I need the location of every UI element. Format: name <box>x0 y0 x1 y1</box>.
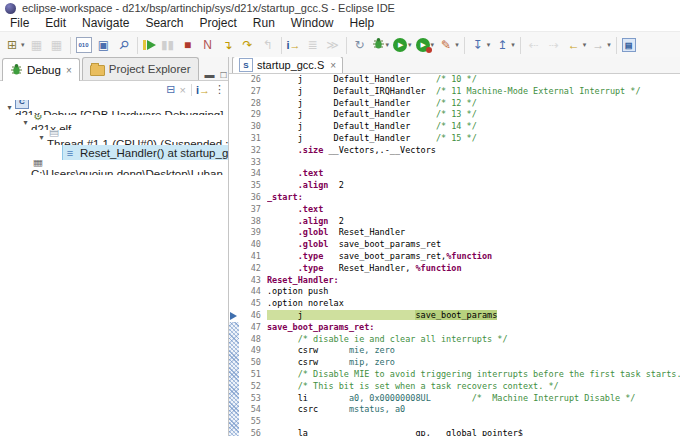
line-number[interactable]: 44 <box>239 286 267 298</box>
code-line-text[interactable]: .globl Reset_Handler <box>267 227 680 239</box>
code-line[interactable]: 26 j Default_Handler /* 10 */ <box>239 74 680 86</box>
line-number[interactable]: 28 <box>239 98 267 110</box>
code-line[interactable]: 42 .type Reset_Handler, %function <box>239 263 680 275</box>
line-number[interactable]: 38 <box>239 216 267 228</box>
code-line-text[interactable]: .text <box>267 204 680 216</box>
close-icon[interactable]: × <box>330 60 336 71</box>
debug-button[interactable]: ▾ <box>371 35 391 55</box>
code-line-text[interactable]: .size __Vectors,.-__Vectors <box>267 145 680 157</box>
code-line-text[interactable] <box>267 416 680 428</box>
code-line[interactable]: 31 j Default_Handler /* 15 */ <box>239 133 680 145</box>
menu-run[interactable]: Run <box>245 16 283 31</box>
minimize-button[interactable]: ▬ <box>205 69 215 80</box>
instruction-stepping-button[interactable]: i→ <box>286 35 302 55</box>
coverage-button[interactable]: ▶▾ <box>415 35 436 55</box>
line-number[interactable]: 26 <box>239 74 267 86</box>
code-line[interactable]: 32 .size __Vectors,.-__Vectors <box>239 145 680 157</box>
line-number[interactable]: 56 <box>239 428 267 436</box>
code-line-text[interactable]: .option push <box>267 286 680 298</box>
save-button[interactable]: ▦ <box>28 35 46 55</box>
menu-navigate[interactable]: Navigate <box>74 16 137 31</box>
previous-annotation-button-dropdown-icon[interactable]: ▾ <box>511 41 515 49</box>
code-line[interactable]: 45.option norelax <box>239 298 680 310</box>
line-number[interactable]: 35 <box>239 180 267 192</box>
code-line[interactable]: 55 <box>239 416 680 428</box>
code-line-text[interactable]: j Default_Handler /* 12 */ <box>267 98 680 110</box>
remove-all-terminated-button[interactable]: × <box>180 84 186 96</box>
expander-icon[interactable]: ▾ <box>4 103 15 112</box>
back-button-dropdown-icon[interactable]: ▾ <box>583 41 587 49</box>
tab-project-explorer[interactable]: Project Explorer <box>82 57 199 80</box>
code-line[interactable]: 56 la gp, __global_pointer$ <box>239 428 680 436</box>
code-line-text[interactable]: /* disable ie and clear all interrupts *… <box>267 334 680 346</box>
elf-item[interactable]: ▾⚙d21x.elf <box>0 115 228 130</box>
restart-button[interactable]: ↻ <box>351 35 369 55</box>
code-line-text[interactable]: .globl save_boot_params_ret <box>267 239 680 251</box>
stepping-filters-button[interactable]: ≣ <box>304 35 322 55</box>
line-number[interactable]: 55 <box>239 416 267 428</box>
code-line-text[interactable]: j Default_Handler /* 15 */ <box>267 133 680 145</box>
line-number[interactable]: 34 <box>239 168 267 180</box>
code-line[interactable]: 41 .type save_boot_params_ret,%function <box>239 251 680 263</box>
close-icon[interactable]: × <box>66 65 72 76</box>
code-line[interactable]: 40 .globl save_boot_params_ret <box>239 239 680 251</box>
code-line[interactable]: 35 .align 2 <box>239 180 680 192</box>
line-number[interactable]: 49 <box>239 345 267 357</box>
menu-help[interactable]: Help <box>342 16 383 31</box>
next-annotation-button[interactable]: ↧▾ <box>469 35 492 55</box>
menu-project[interactable]: Project <box>191 16 244 31</box>
line-number[interactable]: 39 <box>239 227 267 239</box>
line-number[interactable]: 27 <box>239 86 267 98</box>
external-tools-button-dropdown-icon[interactable]: ▾ <box>455 41 459 49</box>
code-line[interactable]: 44.option push <box>239 286 680 298</box>
suspend-button[interactable]: ▮▮ <box>159 35 177 55</box>
code-line-text[interactable]: la gp, __global_pointer$ <box>267 428 680 436</box>
code-line-text[interactable]: /* This bit is set when a task recovers … <box>267 381 680 393</box>
code-line[interactable]: 51 /* Disable MIE to avoid triggering in… <box>239 369 680 381</box>
line-number[interactable]: 40 <box>239 239 267 251</box>
new-wizard-button[interactable]: ⊞▾ <box>3 35 26 55</box>
line-number[interactable]: 29 <box>239 109 267 121</box>
code-line-text[interactable]: .align 2 <box>267 216 680 228</box>
code-line[interactable]: 33 <box>239 157 680 169</box>
trace-control-button[interactable]: ≫ <box>324 35 342 55</box>
maximize-button[interactable]: □ <box>221 69 227 80</box>
code-line-text[interactable]: j Default_Handler /* 13 */ <box>267 109 680 121</box>
code-line-text[interactable]: j Default_Handler /* 14 */ <box>267 121 680 133</box>
code-line[interactable]: 29 j Default_Handler /* 13 */ <box>239 109 680 121</box>
code-line[interactable]: 47save_boot_params_ret: <box>239 322 680 334</box>
code-line-text[interactable]: .align 2 <box>267 180 680 192</box>
code-line-text[interactable]: li a0, 0x00000008UL /* Machine Interrupt… <box>267 393 680 405</box>
line-number[interactable]: 31 <box>239 133 267 145</box>
line-number[interactable]: 53 <box>239 393 267 405</box>
code-line-text[interactable]: Reset_Handler: <box>267 275 680 287</box>
code-line[interactable]: 28 j Default_Handler /* 12 */ <box>239 98 680 110</box>
menu-window[interactable]: Window <box>283 16 342 31</box>
code-line-text[interactable] <box>267 157 680 169</box>
line-number[interactable]: 46 <box>239 310 267 322</box>
editor-tab-startup-gcc[interactable]: S startup_gcc.S × <box>232 57 343 73</box>
code-line[interactable]: 49 csrw mie, zero <box>239 345 680 357</box>
line-number[interactable]: 32 <box>239 145 267 157</box>
gdb-console-item[interactable]: ▦C:\Users\guojun.dong\Desktop\Luban <box>0 160 228 175</box>
annotation-ruler[interactable] <box>229 74 239 436</box>
line-number[interactable]: 42 <box>239 263 267 275</box>
line-number[interactable]: 54 <box>239 404 267 416</box>
line-number[interactable]: 43 <box>239 275 267 287</box>
code-line-text[interactable]: .type save_boot_params_ret,%function <box>267 251 680 263</box>
line-number[interactable]: 37 <box>239 204 267 216</box>
line-number[interactable]: 41 <box>239 251 267 263</box>
step-into-button[interactable]: ↴ <box>219 35 237 55</box>
code-line-text[interactable]: j Default_IRQHandler /* 11 Machine-Mode … <box>267 86 680 98</box>
code-line[interactable]: 37 .text <box>239 204 680 216</box>
code-line-text[interactable]: .type Reset_Handler, %function <box>267 263 680 275</box>
code-line[interactable]: 27 j Default_IRQHandler /* 11 Machine-Mo… <box>239 86 680 98</box>
code-line-text[interactable]: .option norelax <box>267 298 680 310</box>
line-number[interactable]: 45 <box>239 298 267 310</box>
next-edit-location-button[interactable]: ⇢ <box>545 35 563 55</box>
code-line-text[interactable]: csrw mip, zero <box>267 357 680 369</box>
code-line[interactable]: 54 csrc mstatus, a0 <box>239 404 680 416</box>
back-button[interactable]: ←▾ <box>565 35 588 55</box>
code-line-text[interactable]: /* Disable MIE to avoid triggering inter… <box>267 369 680 381</box>
terminate-button[interactable]: ■ <box>179 35 197 55</box>
